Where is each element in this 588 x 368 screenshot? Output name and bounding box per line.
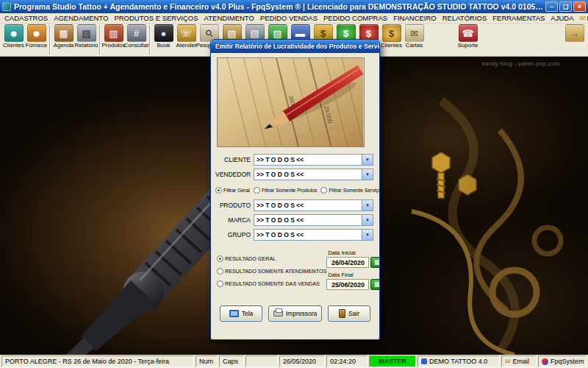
vendedor-select[interactable]: >> T O D O S << xyxy=(254,169,373,180)
grupo-select[interactable]: >> T O D O S << xyxy=(254,229,373,241)
tela-button[interactable]: Tela xyxy=(220,305,262,322)
radio-resultado-somente-das-vendas[interactable]: RESULTADO SOMENTE DAS VENDAS xyxy=(217,280,326,287)
menu-item-pedido-vendas[interactable]: PEDIDO VENDAS xyxy=(257,14,320,22)
status-num-lock: Num xyxy=(196,355,218,367)
cliente-select[interactable]: >> T O D O S << xyxy=(254,154,373,166)
menu-item-financeiro[interactable]: FINANCEIRO xyxy=(390,14,440,22)
attend-icon xyxy=(177,24,196,42)
toolbar-item-label: Consultar xyxy=(123,42,148,49)
ledger-pencil-photo: 360.000 25.000 xyxy=(217,57,365,147)
menu-item-ferramentas[interactable]: FERRAMENTAS xyxy=(490,14,548,22)
produto-select-value: >> T O D O S << xyxy=(257,202,362,209)
toolbar-item-sair[interactable] xyxy=(563,24,586,49)
radio-icon xyxy=(217,280,223,287)
calendar-button-start[interactable] xyxy=(370,257,380,268)
toolbar-item-consultar[interactable]: Consultar xyxy=(125,24,148,49)
status-user-badge: MASTER xyxy=(369,355,416,367)
toolbar-item-produtos[interactable]: Produtos xyxy=(102,24,125,49)
marca-select[interactable]: >> T O D O S << xyxy=(254,214,373,226)
toolbar-item-relatorio[interactable]: Relatório xyxy=(75,24,98,49)
toolbar-item-agenda[interactable]: Agenda xyxy=(52,24,75,49)
radio-label: Filtrar Geral xyxy=(223,188,250,193)
status-caps-lock: Caps xyxy=(219,355,244,367)
toolbar-item-label: Suporte xyxy=(457,42,478,49)
radio-icon xyxy=(320,187,327,194)
toolbar-item-label: Agenda xyxy=(54,42,74,49)
toolbar-item-book[interactable]: Book xyxy=(152,24,175,49)
coins-icon xyxy=(382,24,401,42)
menu-item-produtos-servicos[interactable]: PRODUTOS E SERVIÇOS xyxy=(111,14,201,22)
menu-item-pedido-compras[interactable]: PEDIDO COMPRAS xyxy=(320,14,390,22)
window-titlebar: Programa Studio Tattoo + Agendamento e F… xyxy=(0,0,588,13)
chevron-down-icon[interactable] xyxy=(362,155,373,165)
menu-item-agendamento[interactable]: AGENDAMENTO xyxy=(51,14,111,22)
chevron-down-icon[interactable] xyxy=(362,230,373,240)
license-icon xyxy=(421,358,427,364)
toolbar-item-suporte[interactable]: Suporte xyxy=(456,24,479,49)
toolbar-item-label: Fornece xyxy=(26,42,47,49)
result-section: RESULTADO GERAL RESULTADO SOMENTE ATENDI… xyxy=(217,250,375,294)
chevron-down-icon[interactable] xyxy=(362,200,373,210)
produto-label: PRODUTO xyxy=(215,202,254,209)
impressora-button-label: Impressora xyxy=(286,310,318,317)
screen-icon xyxy=(229,310,239,317)
status-email[interactable]: Email xyxy=(501,355,537,367)
status-brand: FpqSystem xyxy=(538,355,587,367)
radio-icon xyxy=(254,187,260,194)
data-final-label: Data Final xyxy=(328,272,380,278)
start-date-field[interactable]: 26/04/2020 xyxy=(326,257,369,268)
radio-filtrar-somente-produtos[interactable]: Filtrar Somente Produtos xyxy=(254,187,318,194)
radio-filtrar-somente-servicos[interactable]: Filtrar Somente Serviços xyxy=(320,187,380,194)
toolbar-item-label: Book xyxy=(157,42,170,49)
email-icon xyxy=(505,358,511,365)
minimize-button[interactable] xyxy=(545,1,558,12)
camera-icon xyxy=(154,24,173,42)
sair-button[interactable]: Sair xyxy=(328,305,370,322)
produto-select[interactable]: >> T O D O S << xyxy=(254,199,373,211)
radio-resultado-geral[interactable]: RESULTADO GERAL xyxy=(217,255,326,262)
toolbar-item-label: Cartas xyxy=(406,42,423,49)
toolbar-item-label: Produtos xyxy=(101,42,125,49)
vendedor-select-value: >> T O D O S << xyxy=(257,171,362,178)
radio-filtrar-geral[interactable]: Filtrar Geral xyxy=(215,187,250,194)
impressora-button[interactable]: Impressora xyxy=(268,305,323,322)
people-icon xyxy=(4,24,24,42)
status-date: 26/05/2020 xyxy=(279,355,325,367)
status-time: 02:24:20 xyxy=(326,355,368,367)
menu-item-email[interactable]: E-MAIL xyxy=(577,14,588,22)
filter-radio-group: Filtrar Geral Filtrar Somente Produtos F… xyxy=(215,187,376,194)
dialog-titlebar[interactable]: Emitir Relatório de Lucratividade dos Pr… xyxy=(211,40,379,53)
radio-icon xyxy=(215,187,222,194)
chevron-down-icon[interactable] xyxy=(362,169,373,180)
lucratividade-report-dialog: Emitir Relatório de Lucratividade dos Pr… xyxy=(210,39,380,340)
menu-item-relatorios[interactable]: RELATÓRIOS xyxy=(440,14,490,22)
menu-item-atendimento[interactable]: ATENDIMENTO xyxy=(201,14,257,22)
door-icon xyxy=(339,309,345,318)
chevron-down-icon[interactable] xyxy=(362,215,373,225)
app-icon xyxy=(2,2,11,11)
marca-label: MARCA xyxy=(215,216,254,224)
window-title: Programa Studio Tattoo + Agendamento e F… xyxy=(14,2,545,11)
letters-icon xyxy=(405,24,424,42)
toolbar-item-clientes-fidelidade[interactable]: Clientes xyxy=(380,24,403,49)
agenda-icon xyxy=(54,24,74,42)
radio-icon xyxy=(217,255,223,262)
toolbar-item-label: Atender xyxy=(176,42,196,49)
calendar-button-end[interactable] xyxy=(370,279,380,290)
toolbar-separator xyxy=(49,25,51,54)
toolbar-item-cartas[interactable]: Cartas xyxy=(403,24,426,49)
maximize-button[interactable] xyxy=(559,1,572,12)
toolbar-item-clientes[interactable]: Clientes xyxy=(2,24,25,49)
grupo-label: GRUPO xyxy=(215,231,254,238)
radio-resultado-somente-atendimentos[interactable]: RESULTADO SOMENTE ATENDIMENTOS xyxy=(217,268,326,275)
status-brand-label: FpqSystem xyxy=(551,358,584,365)
data-inicial-label: Data Inicial xyxy=(328,250,380,256)
toolbar-item-atender[interactable]: Atender xyxy=(175,24,198,49)
radio-icon xyxy=(217,268,223,275)
menu-item-ajuda[interactable]: AJUDA xyxy=(548,14,576,22)
cliente-label: CLIENTE xyxy=(215,156,254,163)
end-date-field[interactable]: 25/06/2020 xyxy=(326,279,369,290)
close-button[interactable] xyxy=(573,1,586,12)
toolbar-item-fornecedor[interactable]: Fornece xyxy=(25,24,48,49)
menu-item-cadastros[interactable]: CADASTROS xyxy=(1,14,51,22)
